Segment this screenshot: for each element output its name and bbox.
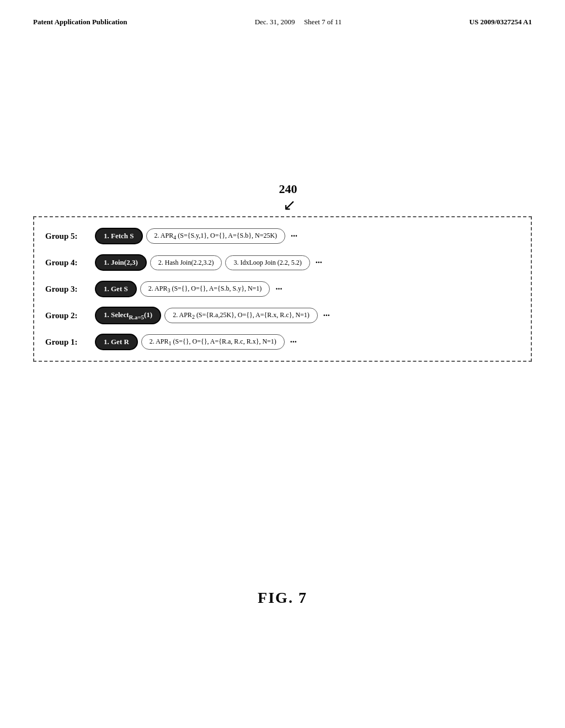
date-sheet: Dec. 31, 2009 Sheet 7 of 11	[255, 18, 342, 26]
group-3-row: Group 3: 1. Get S 2. APR3 (S={}, O={}, A…	[43, 276, 522, 302]
group-1-step1: 1. Get R	[95, 334, 138, 350]
arrow-icon: ↙	[28, 197, 537, 213]
group-5-label: Group 5:	[45, 232, 95, 241]
group-4-row: Group 4: 1. Join(2,3) 2. Hash Join(2.2,3…	[43, 249, 522, 276]
group-4-step2: 2. Hash Join(2.2,3.2)	[150, 255, 222, 270]
group-5-ellipsis: ···	[289, 231, 300, 241]
group-2-step1: 1. SelectR.a=5(1)	[95, 307, 161, 324]
group-3-label: Group 3:	[45, 285, 95, 294]
group-1-label: Group 1:	[45, 338, 95, 347]
group-4-step3: 3. IdxLoop Join (2.2, 5.2)	[225, 255, 310, 270]
group-4-ellipsis: ···	[313, 258, 324, 267]
patent-number: US 2009/0327254 A1	[470, 18, 532, 26]
group-3-step1: 1. Get S	[95, 281, 137, 297]
diagram-box: Group 5: 1. Fetch S 2. APR4 (S={S.y,1}, …	[33, 216, 532, 362]
group-1-step2: 2. APR1 (S={}, O={}, A={R.a, R.c, R.x}, …	[141, 334, 285, 350]
group-3-ellipsis: ···	[273, 284, 284, 294]
pub-date: Dec. 31, 2009	[255, 18, 295, 26]
sheet-info: Sheet 7 of 11	[304, 18, 342, 26]
group-3-step2: 2. APR3 (S={}, O={}, A={S.b, S.y}, N=1)	[140, 281, 270, 297]
group-2-ellipsis: ···	[321, 311, 332, 320]
group-1-row: Group 1: 1. Get R 2. APR1 (S={}, O={}, A…	[43, 329, 522, 355]
group-2-label: Group 2:	[45, 311, 95, 320]
group-1-ellipsis: ···	[288, 337, 299, 347]
group-4-label: Group 4:	[45, 258, 95, 267]
group-2-row: Group 2: 1. SelectR.a=5(1) 2. APR2 (S={R…	[43, 302, 522, 329]
page-header: Patent Application Publication Dec. 31, …	[0, 0, 565, 26]
diagram-area: 240 ↙ Group 5: 1. Fetch S 2. APR4 (S={S.…	[28, 182, 537, 362]
group-5-row: Group 5: 1. Fetch S 2. APR4 (S={S.y,1}, …	[43, 223, 522, 249]
publication-label: Patent Application Publication	[33, 18, 127, 26]
group-5-step2: 2. APR4 (S={S.y,1}, O={}, A={S.b}, N=25K…	[146, 228, 286, 244]
group-5-items: 1. Fetch S 2. APR4 (S={S.y,1}, O={}, A={…	[95, 228, 300, 244]
group-2-step2: 2. APR2 (S={R.a,25K}, O={}, A={R.x, R.c}…	[164, 308, 318, 323]
group-3-items: 1. Get S 2. APR3 (S={}, O={}, A={S.b, S.…	[95, 281, 284, 297]
diagram-label: 240	[28, 182, 537, 196]
group-4-items: 1. Join(2,3) 2. Hash Join(2.2,3.2) 3. Id…	[95, 254, 324, 271]
group-1-items: 1. Get R 2. APR1 (S={}, O={}, A={R.a, R.…	[95, 334, 299, 350]
figure-label: FIG. 7	[0, 589, 565, 607]
group-5-step1: 1. Fetch S	[95, 228, 143, 244]
group-4-step1: 1. Join(2,3)	[95, 254, 147, 271]
group-2-items: 1. SelectR.a=5(1) 2. APR2 (S={R.a,25K}, …	[95, 307, 332, 324]
